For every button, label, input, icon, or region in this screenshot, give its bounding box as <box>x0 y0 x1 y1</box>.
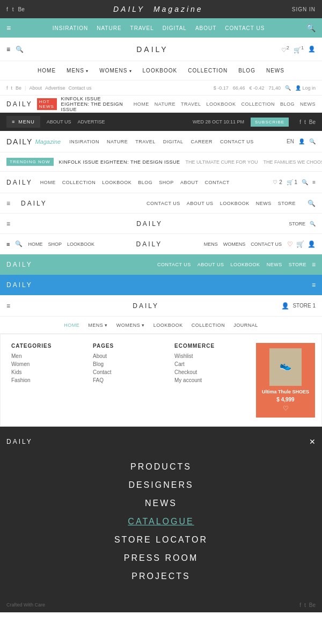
nav-news-6[interactable]: NEWS <box>300 101 316 107</box>
nav-about-11[interactable]: ABOUT US <box>187 201 214 206</box>
nav-shop-10[interactable]: SHOP <box>159 180 174 185</box>
hamburger-icon-16[interactable]: ≡ <box>6 302 10 310</box>
cat-kids[interactable]: Kids <box>11 369 84 375</box>
about-us-7[interactable]: ABOUT US <box>47 119 71 125</box>
twitter-icon-7[interactable]: t <box>304 119 306 125</box>
nav-news-14[interactable]: NEWS <box>267 262 282 267</box>
nav-shop-13[interactable]: SHOP <box>48 241 62 247</box>
store-label-12[interactable]: STORE <box>289 221 305 226</box>
nav-collection-6[interactable]: COLLECTION <box>241 101 275 107</box>
search-icon-13[interactable]: 🔍 <box>15 240 23 247</box>
nav-lookbook-6[interactable]: LOOKBOOK <box>206 101 236 107</box>
hamburger-icon[interactable]: ≡ <box>6 24 11 32</box>
cart-icon-10[interactable]: 🛒 1 <box>287 179 297 185</box>
ec-wishlist[interactable]: Wishlist <box>174 353 247 359</box>
menu-store-locator[interactable]: STORE LOCATOR <box>114 535 208 545</box>
nav-lookbook-17[interactable]: LOOKBOOK <box>153 323 183 328</box>
nav-home-6[interactable]: HOME <box>134 101 149 107</box>
featured-product[interactable]: 👟 Ultima Thule SHOES $ 4,999 ♡ <box>256 343 315 418</box>
nav-contact[interactable]: CONTACT US <box>225 25 265 31</box>
nav-mens[interactable]: MENS <box>67 68 89 74</box>
nav-blog-6[interactable]: BLOG <box>280 101 295 107</box>
nav-blog[interactable]: BLOG <box>238 68 255 74</box>
nav-contact-11[interactable]: CONTACT US <box>147 201 180 206</box>
ec-checkout[interactable]: Checkout <box>174 369 247 375</box>
user-icon-16[interactable]: 👤 <box>281 302 289 310</box>
search-icon-2[interactable]: 🔍 <box>16 46 24 53</box>
language-selector[interactable]: EN <box>287 138 294 144</box>
facebook-icon[interactable]: f <box>6 6 8 12</box>
nav-store-11[interactable]: STORE <box>278 201 296 206</box>
nav-collection[interactable]: COLLECTION <box>188 68 228 74</box>
menu-button[interactable]: ≡ MENU <box>6 116 40 128</box>
twitter-icon-2[interactable]: t <box>11 85 13 91</box>
nav-lookbook[interactable]: LOOKBOOK <box>143 68 178 74</box>
hamburger-icon-11[interactable]: ≡ <box>6 200 10 207</box>
menu-press-room[interactable]: PRESS ROOM <box>124 553 198 563</box>
menu-icon-10[interactable]: ≡ <box>312 179 316 185</box>
nav-lookbook-14[interactable]: LOOKBOOK <box>231 262 260 267</box>
menu-news[interactable]: NEWS <box>145 499 177 508</box>
nav-store-14[interactable]: STORE <box>289 262 306 267</box>
menu-icon-15[interactable]: ≡ <box>312 281 316 289</box>
nav-blog-10[interactable]: BLOG <box>138 180 152 185</box>
advertise-7[interactable]: ADVERTISE <box>78 119 105 125</box>
facebook-icon-2[interactable]: f <box>6 85 8 91</box>
wishlist-icon[interactable]: ♡2 <box>281 45 289 54</box>
search-icon-8[interactable]: 🔍 <box>309 138 316 144</box>
menu-icon-14[interactable]: ≡ <box>312 261 316 268</box>
cart-icon[interactable]: 🛒1 <box>294 45 304 54</box>
user-icon-13[interactable]: 👤 <box>308 240 316 248</box>
close-icon[interactable]: ✕ <box>309 437 316 446</box>
nav-lookbook-11[interactable]: LOOKBOOK <box>220 201 250 206</box>
advertise-link[interactable]: Advertise <box>45 85 65 91</box>
nav-collection-10[interactable]: COLLECTION <box>62 180 96 185</box>
behance-icon-7[interactable]: Be <box>309 119 316 125</box>
search-icon-10[interactable]: 🔍 <box>302 179 308 185</box>
hamburger-icon-12[interactable]: ≡ <box>6 220 10 228</box>
signin-link[interactable]: SIGN IN <box>292 6 316 12</box>
search-icon-3[interactable]: 🔍 <box>285 85 291 91</box>
wishlist-icon-10[interactable]: ♡ 2 <box>273 179 282 185</box>
page-contact[interactable]: Contact <box>93 369 166 375</box>
nav-career-8[interactable]: CAREER <box>191 139 213 144</box>
nav-lookbook-10[interactable]: LOOKBOOK <box>102 180 131 185</box>
hamburger-icon-13[interactable]: ≡ <box>6 241 10 247</box>
nav-home-10[interactable]: HOME <box>40 180 56 185</box>
nav-home-13[interactable]: HOME <box>28 241 42 247</box>
login-link[interactable]: 👤 Log in <box>295 85 316 91</box>
product-wishlist[interactable]: ♡ <box>283 405 289 412</box>
nav-contact-10[interactable]: CONTACT <box>204 180 229 185</box>
footer-twitter-icon[interactable]: t <box>304 602 306 608</box>
cat-fashion[interactable]: Fashion <box>11 377 84 383</box>
footer-behance-icon[interactable]: Be <box>309 602 316 608</box>
ec-myaccount[interactable]: My account <box>174 377 247 383</box>
nav-about[interactable]: ABOUT <box>195 25 216 31</box>
hamburger-icon-2[interactable]: ≡ <box>6 46 10 53</box>
nav-collection-17[interactable]: COLLECTION <box>192 323 225 328</box>
contact-link[interactable]: Contact us <box>68 85 91 91</box>
nav-digital[interactable]: DIGITAL <box>163 25 187 31</box>
user-icon-8[interactable]: 👤 <box>298 138 305 144</box>
behance-icon-2[interactable]: Be <box>16 85 21 91</box>
nav-nature-6[interactable]: NATURE <box>155 101 175 107</box>
footer-facebook-icon[interactable]: f <box>299 602 301 608</box>
menu-catalogue[interactable]: CATALOGUE <box>128 517 194 526</box>
behance-icon[interactable]: Be <box>18 6 25 12</box>
nav-nature[interactable]: NATURE <box>97 25 121 31</box>
nav-womens-13[interactable]: WOMENS <box>223 241 246 247</box>
search-icon-12[interactable]: 🔍 <box>310 221 316 226</box>
store1-label[interactable]: STORE 1 <box>292 303 316 309</box>
about-link[interactable]: About <box>29 85 42 91</box>
nav-nature-8[interactable]: NATURE <box>107 139 128 144</box>
search-icon[interactable]: 🔍 <box>306 24 316 32</box>
cat-men[interactable]: Men <box>11 353 84 359</box>
ec-cart[interactable]: Cart <box>174 361 247 367</box>
nav-home[interactable]: HOME <box>38 68 56 74</box>
page-about[interactable]: About <box>93 353 166 359</box>
nav-news[interactable]: NEWS <box>266 68 284 74</box>
nav-insiration[interactable]: INSIRATION <box>53 25 88 31</box>
nav-lookbook-13[interactable]: LOOKBOOK <box>67 241 94 247</box>
nav-news-11[interactable]: NEWS <box>256 201 272 206</box>
nav-travel[interactable]: TRAVEL <box>130 25 154 31</box>
